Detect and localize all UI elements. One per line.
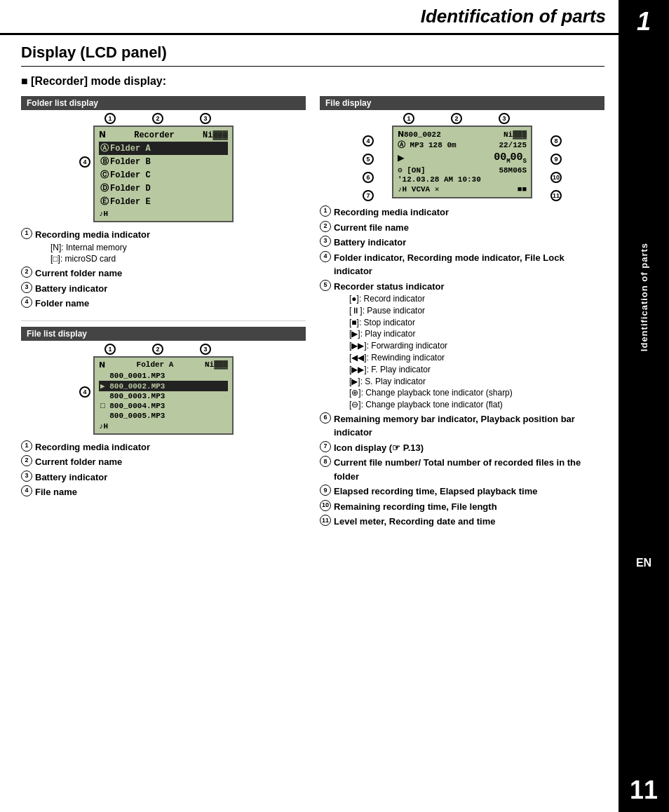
callout-7-fd: 7 [363, 190, 374, 201]
fd-num-10: 10 [320, 500, 331, 511]
fd-num-2: 2 [320, 221, 331, 232]
callout-3-file: 3 [200, 344, 211, 355]
lcd-folder-b: ⒷFolder B [99, 155, 228, 168]
page-title: Identification of parts [0, 6, 606, 27]
folder-list-descriptions: 1 Recording media indicator [N]: Interna… [21, 228, 306, 311]
callout-4-fd: 4 [363, 135, 374, 147]
folder-list-diagram: 1 2 3 𝗡 Recorder Ni▓▓▓ ⒶFolder A [79, 113, 248, 222]
section-title: Display (LCD panel) [21, 35, 604, 67]
fd-desc-6-text: Remaining memory bar indicator, Playback… [334, 414, 575, 438]
fd-desc-1: 1 Recording media indicator [320, 205, 604, 219]
fd-row4: ⚙ [ON] 58M06S [398, 165, 527, 175]
fd-desc-1-text: Recording media indicator [334, 207, 449, 217]
fd-sub-fplay: [▶▶]: F. Play indicator [349, 364, 604, 376]
fd-right-callouts: 8 9 10 11 [550, 135, 562, 201]
fd-sub-play: [▶]: Play indicator [349, 328, 604, 340]
fd-desc-2-text: Current file name [334, 222, 409, 233]
fd-sub-rew: [◀◀]: Rewinding indicator [349, 352, 604, 364]
callout-3-fd: 3 [499, 113, 510, 124]
fd-num-11: 11 [320, 515, 331, 526]
fl-desc-4-text: File name [35, 487, 77, 497]
lcd-fl-battery: Ni▓▓▓ [205, 360, 228, 369]
fd-num-6: 6 [320, 412, 331, 424]
fd-num-7: 7 [320, 441, 331, 452]
mode-display-heading: [Recorder] mode display: [21, 75, 604, 88]
lcd-fl-bottom: ♪H [99, 422, 228, 431]
fd-num-8: 8 [320, 456, 331, 467]
fd-desc-2: 2 Current file name [320, 221, 604, 235]
folder-desc-2: 2 Current folder name [21, 266, 306, 280]
callout-4-folder-wrap: 4 [79, 155, 90, 168]
callout-4-file-wrap: 4 [79, 386, 90, 398]
fl-desc-3-text: Battery indicator [35, 472, 107, 482]
folder-desc-1-sub2: [□]: microSD card [50, 253, 306, 265]
callout-8-fd: 8 [550, 135, 562, 147]
fd-desc-3-text: Battery indicator [334, 237, 406, 248]
file-list-diagram: 1 2 3 𝗡 Folder A Ni▓▓▓ 800_0001.MP3 ▶ 80… [79, 344, 248, 435]
fd-desc-6: 6 Remaining memory bar indicator, Playba… [320, 412, 604, 440]
fd-sub-stop: [■]: Stop indicator [349, 317, 604, 329]
fd-descriptions: 1 Recording media indicator 2 Current fi… [320, 205, 604, 529]
callout-11-fd: 11 [550, 190, 562, 201]
fl-num-3: 3 [21, 471, 32, 482]
file-display-diagram: 1 2 3 𝗡800_0022 Ni▓▓▓ Ⓐ MP3 128 0m 22/12… [378, 113, 546, 198]
left-column: Folder list display 1 2 3 𝗡 Recorder [21, 96, 306, 530]
file-list-lcd: 𝗡 Folder A Ni▓▓▓ 800_0001.MP3 ▶ 800_0002… [93, 356, 234, 435]
lcd-folder-c: ⒸFolder C [99, 168, 228, 182]
fd-row1: 𝗡800_0022 Ni▓▓▓ [398, 130, 527, 139]
lcd-fl-folder: Folder A [137, 360, 174, 369]
fd-num-1: 1 [320, 205, 331, 217]
folder-desc-1-text: Recording media indicator [35, 229, 150, 240]
callout-10-fd: 10 [550, 172, 562, 183]
fd-desc-8: 8 Current file number/ Total number of r… [320, 456, 604, 483]
folder-num-4: 4 [21, 297, 32, 308]
fd-desc-4: 4 Folder indicator, Recording mode indic… [320, 251, 604, 278]
fd-sub-record: [●]: Record indicator [349, 293, 604, 305]
callout-3-folder: 3 [200, 113, 211, 124]
callout-2-folder: 2 [152, 113, 163, 124]
callout-4-file: 4 [79, 386, 90, 398]
lcd-recorder-text: Recorder [134, 130, 175, 140]
right-sidebar: 1 Identification of parts EN 11 [619, 0, 669, 812]
fd-level: ■■ [518, 185, 527, 194]
fd-desc-10-text: Remaining recording time, File length [334, 501, 497, 512]
fd-datetime: '12.03.28 AM 10:30 [398, 175, 481, 184]
fd-desc-11: 11 Level meter, Recording date and time [320, 515, 604, 529]
lcd-battery: Ni▓▓▓ [203, 130, 228, 140]
fd-time: 00M00S [494, 151, 527, 165]
lcd-file-5: 800_0005.MP3 [99, 411, 228, 421]
fd-left-callouts: 4 5 6 7 [363, 135, 374, 201]
lcd-file-2: ▶ 800_0002.MP3 [99, 381, 228, 391]
folder-callout-top: 1 2 3 [79, 113, 248, 124]
folder-num-3: 3 [21, 282, 32, 293]
folder-desc-3-text: Battery indicator [35, 283, 107, 294]
fd-sub-flat: [⊖]: Change playback tone indicator (fla… [349, 399, 604, 411]
file-list-label: File list display [21, 327, 306, 341]
fd-sub-pause: [⏸]: Pause indicator [349, 305, 604, 317]
callout-1-fd: 1 [403, 113, 414, 124]
fd-num-9: 9 [320, 485, 331, 496]
lcd-folder-d: ⒹFolder D [99, 182, 228, 195]
fd-row6: ♪H VCVA ✕ ■■ [398, 184, 527, 194]
fd-format: Ⓐ MP3 128 0m [398, 140, 457, 150]
folder-list-lcd: 𝗡 Recorder Ni▓▓▓ ⒶFolder A ⒷFolder B ⒸFo… [93, 126, 234, 222]
lcd-file-1: 800_0001.MP3 [99, 371, 228, 381]
file-display-section: File display 1 2 3 𝗡800_0022 Ni▓▓▓ [320, 96, 604, 529]
main-content: Display (LCD panel) [Recorder] mode disp… [0, 35, 619, 551]
fd-desc-8-text: Current file number/ Total number of rec… [334, 457, 581, 482]
fd-desc-5-text: Recorder status indicator [334, 281, 445, 292]
fl-num-2: 2 [21, 455, 32, 466]
fd-filename: 𝗡800_0022 [398, 130, 441, 139]
file-list-section: File list display 1 2 3 𝗡 Folder A Ni▓▓▓ [21, 327, 306, 499]
sidebar-section-label: Identification of parts [639, 243, 649, 351]
divider-1 [21, 320, 306, 321]
fd-battery2: Ni▓▓▓ [504, 130, 527, 139]
fd-row5: '12.03.28 AM 10:30 [398, 175, 527, 184]
folder-desc-1: 1 Recording media indicator [N]: Interna… [21, 228, 306, 265]
fd-desc-7-text: Icon display (☞ P.13) [334, 442, 424, 453]
fd-settings: ⚙ [ON] [398, 165, 426, 175]
callout-2-fd: 2 [451, 113, 462, 124]
fl-desc-4: 4 File name [21, 485, 306, 499]
callout-4-folder: 4 [79, 156, 90, 168]
fd-row3: ▶ 00M00S [398, 151, 527, 165]
